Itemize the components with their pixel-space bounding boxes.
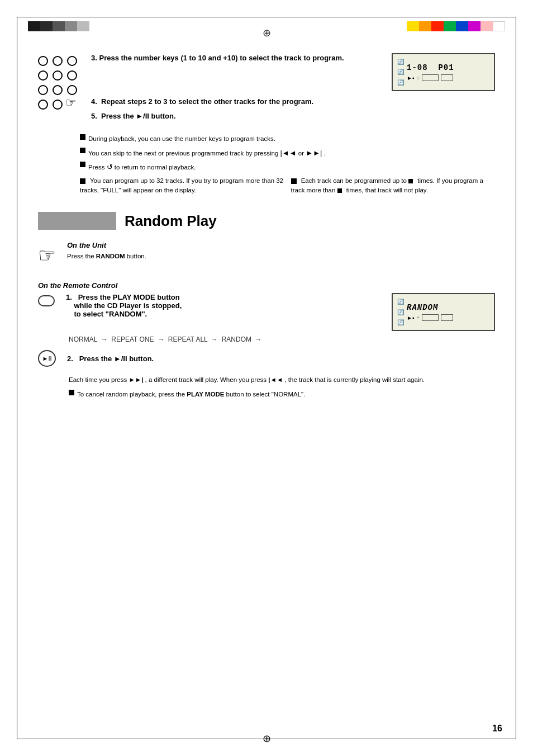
bullet-5 [291, 178, 297, 184]
section-title: Random Play [125, 212, 217, 230]
on-remote-section: On the Remote Control 1. Press the PLAY … [38, 281, 495, 399]
keypad-area: ☞ [38, 53, 77, 126]
play-pause-button: ►II [38, 350, 56, 367]
color-green [444, 21, 456, 31]
lcd-top-text: 1-08 P01 [407, 63, 489, 72]
lcd-play-symbol: ►▪ [407, 75, 414, 81]
remote-step-2-row: ►II 2. Press the ►/II button. [38, 350, 495, 367]
key-7 [38, 85, 48, 95]
color-white [493, 21, 505, 31]
oval-btn-shape [38, 295, 55, 306]
program-note-3-text: Press ↺ to return to normal playback. [88, 162, 196, 173]
random-notes: Each time you press ►►| , a different tr… [69, 375, 495, 399]
lcd2-icon-1: 🔄 [397, 299, 404, 305]
black-block-4 [65, 21, 77, 31]
lcd2-rect-1 [422, 314, 439, 321]
color-orange [419, 21, 431, 31]
program-note-2: You can skip to the next or previous pro… [80, 148, 495, 159]
blank-square-1 [408, 179, 413, 183]
black-block-3 [53, 21, 65, 31]
black-block-5 [77, 21, 89, 31]
color-blue [456, 21, 468, 31]
key-11 [53, 100, 63, 110]
black-block-2 [40, 21, 53, 31]
step1-label: 1. [66, 293, 72, 301]
random-play-header: Random Play [38, 212, 495, 230]
color-pink [480, 21, 493, 31]
play-mode-flow: NORMAL → REPEAT ONE → REPEAT ALL → RANDO… [69, 336, 495, 343]
blank-square-2 [337, 188, 342, 193]
program-notes: During playback, you can use the number … [80, 134, 495, 195]
lcd-icon-1: 🔄 [397, 59, 404, 65]
on-unit-subtitle: On the Unit [67, 241, 146, 249]
lcd2-icon-2: 🔄 [397, 309, 404, 315]
on-unit-section: ☞ On the Unit Press the RANDOM button. [38, 241, 495, 267]
steps-area: 3. Press the number keys (1 to 10 and +1… [91, 53, 495, 126]
program-note-3: Press ↺ to return to normal playback. [80, 162, 495, 173]
key-10 [38, 100, 48, 110]
key-1 [38, 56, 48, 66]
key-4 [38, 70, 48, 81]
lcd-icon-3: 🔄 [397, 79, 404, 86]
random-note-2: To cancel random playback, press the PLA… [69, 390, 495, 399]
step2-label: 2. [67, 355, 73, 363]
step-3: 3. Press the number keys (1 to 10 and +1… [91, 53, 380, 63]
program-note-4: You can program up to 32 tracks. If you … [80, 176, 284, 196]
crosshair-bottom: ⊕ [263, 733, 271, 745]
remote-oval-button [38, 295, 55, 306]
step4-text: Repeat steps 2 to 3 to select the other … [101, 97, 313, 106]
step5-text: Press the ►/II button. [101, 112, 176, 120]
remote-step-1-text: 1. Press the PLAY MODE button while the … [66, 293, 380, 318]
lcd2-play-symbol: ►▪ [407, 315, 414, 321]
lcd-display-2: 🔄 🔄 🔄 RANDOM ►▪ ÷ [392, 293, 495, 331]
on-unit-text: On the Unit Press the RANDOM button. [67, 241, 146, 261]
lcd-display-1: 🔄 🔄 🔄 1-08 P01 ►▪ ÷ [392, 53, 495, 91]
on-unit-instruction: Press the RANDOM button. [67, 252, 146, 261]
hand-pointing: ☞ [66, 98, 76, 108]
bullet-2 [80, 148, 85, 153]
lcd2-icon-3: 🔄 [397, 319, 404, 325]
section-bar [38, 212, 116, 230]
border-top [17, 17, 516, 17]
lcd2-top-text: RANDOM [407, 303, 489, 312]
program-note-rows: You can program up to 32 tracks. If you … [80, 176, 495, 196]
program-note-5: Each track can be programmed up to times… [291, 176, 496, 196]
lcd-rect-2 [441, 74, 453, 81]
lcd2-left-icons: 🔄 🔄 🔄 [397, 297, 404, 327]
lcd2-equal-symbol: ÷ [416, 315, 420, 321]
lcd2-bottom-row: ►▪ ÷ [407, 314, 489, 321]
random-note-1: Each time you press ►►| , a different tr… [69, 375, 495, 385]
page-number: 16 [492, 724, 502, 734]
program-note-1-text: During playback, you can use the number … [88, 134, 275, 144]
key-2 [53, 56, 63, 66]
key-3 [67, 56, 77, 66]
border-right [516, 17, 516, 739]
registration-bar-right [407, 21, 505, 31]
step2-text-area: 2. Press the ►/II button. [67, 355, 154, 363]
key-8 [53, 85, 63, 95]
key-6 [67, 70, 77, 81]
program-note-2-text: You can skip to the next or previous pro… [88, 148, 326, 159]
bullet-3 [80, 162, 85, 167]
registration-bar-left [28, 21, 89, 31]
lcd-main-area: 1-08 P01 ►▪ ÷ [407, 63, 489, 81]
crosshair-top: ⊕ [263, 27, 271, 39]
bullet-4 [80, 178, 85, 184]
bullet-random-1 [69, 390, 74, 395]
lcd2-rect-2 [441, 314, 453, 321]
step1-text: Press the PLAY MODE button while the CD … [66, 293, 182, 318]
random-note-2-text: To cancel random playback, press the PLA… [77, 390, 305, 399]
color-purple [468, 21, 480, 31]
program-note-1: During playback, you can use the number … [80, 134, 495, 144]
program-section: ☞ 3. Press the number keys (1 to 10 and … [38, 53, 495, 126]
border-left [17, 17, 17, 739]
color-red [431, 21, 444, 31]
bullet-1 [80, 134, 85, 140]
play-pause-btn-shape: ►II [38, 350, 56, 367]
on-remote-subtitle: On the Remote Control [38, 281, 495, 290]
step3-text: Press the number keys (1 to 10 and +10) … [99, 54, 344, 62]
lcd-left-icons: 🔄 🔄 🔄 [397, 57, 404, 87]
hand-icon-unit: ☞ [38, 244, 56, 267]
step2-text: Press the ►/II button. [75, 355, 154, 363]
key-9 [67, 85, 77, 95]
